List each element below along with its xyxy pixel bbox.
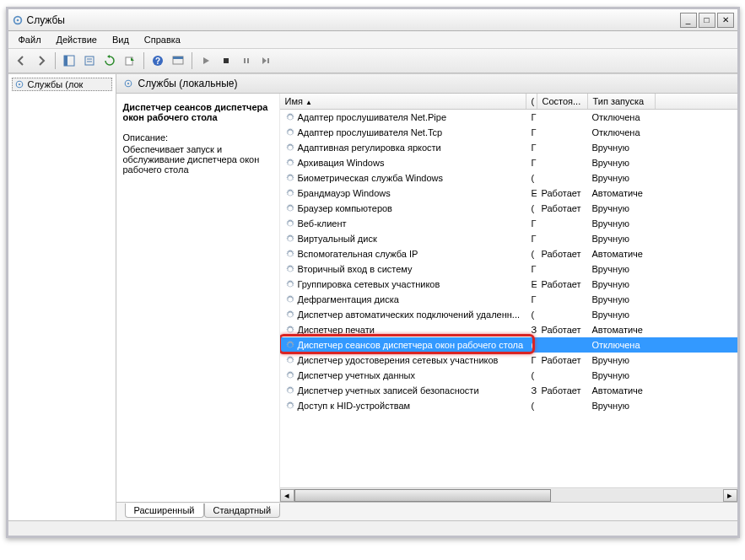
help-icon[interactable]: ? bbox=[148, 51, 167, 70]
gear-icon bbox=[285, 234, 295, 244]
service-row[interactable]: Виртуальный дискГВручную bbox=[280, 231, 737, 246]
service-startup: Вручную bbox=[587, 203, 655, 213]
service-row[interactable]: Доступ к HID-устройствам(Вручную bbox=[280, 398, 737, 413]
service-desc: ( bbox=[526, 340, 537, 350]
svg-rect-14 bbox=[247, 58, 249, 63]
gear-icon bbox=[285, 294, 295, 304]
service-row[interactable]: Диспетчер печатиЗРаботаетАвтоматиче bbox=[280, 322, 737, 337]
col-status[interactable]: Состоя... bbox=[537, 94, 588, 109]
svg-rect-13 bbox=[244, 58, 246, 63]
titlebar[interactable]: Службы _ □ ✕ bbox=[8, 9, 737, 31]
console-icon[interactable] bbox=[169, 51, 187, 70]
service-desc: Е bbox=[526, 279, 537, 289]
col-startup[interactable]: Тип запуска bbox=[588, 94, 656, 109]
service-row[interactable]: Дефрагментация дискаГВручную bbox=[280, 292, 737, 307]
menu-file[interactable]: Файл bbox=[12, 33, 48, 46]
minimize-button[interactable]: _ bbox=[680, 13, 697, 28]
service-row[interactable]: Адаптивная регулировка яркостиГВручную bbox=[280, 140, 737, 155]
service-name: Веб-клиент bbox=[298, 218, 347, 229]
service-startup: Автоматиче bbox=[587, 188, 655, 198]
menubar: Файл Действие Вид Справка bbox=[8, 31, 737, 49]
service-name: Дефрагментация диска bbox=[298, 294, 399, 304]
gear-icon bbox=[285, 218, 295, 229]
service-name: Диспетчер печати bbox=[298, 325, 375, 335]
maximize-button[interactable]: □ bbox=[699, 13, 715, 28]
window-title: Службы bbox=[27, 14, 680, 26]
properties-icon[interactable] bbox=[80, 51, 99, 70]
horizontal-scrollbar[interactable]: ◂ ▸ bbox=[280, 487, 737, 502]
service-startup: Вручную bbox=[587, 234, 655, 244]
gear-icon bbox=[285, 249, 295, 259]
service-startup: Вручную bbox=[587, 355, 655, 365]
forward-button[interactable] bbox=[32, 51, 51, 70]
service-name: Виртуальный диск bbox=[298, 234, 377, 244]
col-name[interactable]: Имя ▲ bbox=[280, 94, 526, 109]
restart-service-icon[interactable] bbox=[257, 51, 276, 70]
service-row[interactable]: Веб-клиентГВручную bbox=[280, 216, 737, 231]
service-name: Адаптивная регулировка яркости bbox=[298, 143, 441, 153]
service-desc: Г bbox=[526, 143, 537, 153]
service-row[interactable]: Диспетчер удостоверения сетевых участник… bbox=[280, 353, 737, 368]
svg-rect-4 bbox=[85, 57, 94, 65]
service-row[interactable]: Диспетчер учетных записей безопасностиЗР… bbox=[280, 383, 737, 398]
svg-point-1 bbox=[16, 19, 19, 21]
service-desc: ( bbox=[526, 203, 537, 213]
service-startup: Отключена bbox=[587, 112, 655, 122]
service-desc: ( bbox=[526, 401, 537, 411]
show-hide-tree-icon[interactable] bbox=[60, 51, 78, 70]
scroll-right-button[interactable]: ▸ bbox=[723, 489, 737, 502]
service-row[interactable]: Биометрическая служба Windows(Вручную bbox=[280, 170, 737, 186]
service-row[interactable]: Вспомогательная служба IP(РаботаетАвтома… bbox=[280, 246, 737, 261]
menu-view[interactable]: Вид bbox=[105, 33, 136, 46]
menu-help[interactable]: Справка bbox=[138, 33, 187, 46]
tree-node-services[interactable]: Службы (лок bbox=[12, 78, 112, 91]
close-button[interactable]: ✕ bbox=[717, 13, 734, 28]
back-button[interactable] bbox=[12, 51, 30, 70]
export-icon[interactable] bbox=[121, 51, 139, 70]
services-window: Службы _ □ ✕ Файл Действие Вид Справка ? bbox=[6, 7, 740, 538]
service-row[interactable]: Вторичный вход в системуГВручную bbox=[280, 261, 737, 277]
service-status: Работает bbox=[537, 355, 587, 365]
services-icon bbox=[12, 14, 24, 26]
service-row[interactable]: Адаптер прослушивателя Net.TcpГОтключена bbox=[280, 125, 737, 140]
service-row[interactable]: Архивация WindowsГВручную bbox=[280, 155, 737, 170]
col-desc[interactable]: ( bbox=[526, 94, 537, 109]
menu-action[interactable]: Действие bbox=[50, 33, 104, 46]
service-name: Диспетчер удостоверения сетевых участник… bbox=[298, 355, 499, 365]
service-row[interactable]: Брандмауэр WindowsЕРаботаетАвтоматиче bbox=[280, 186, 737, 201]
service-status: Работает bbox=[537, 249, 587, 259]
refresh-icon[interactable] bbox=[100, 51, 119, 70]
service-name: Доступ к HID-устройствам bbox=[298, 401, 411, 411]
pause-service-icon[interactable] bbox=[237, 51, 256, 70]
start-service-icon[interactable] bbox=[197, 51, 215, 70]
gear-icon bbox=[285, 355, 295, 365]
gear-icon bbox=[285, 279, 295, 289]
scroll-left-button[interactable]: ◂ bbox=[280, 489, 294, 502]
service-row[interactable]: Диспетчер сеансов диспетчера окон рабоче… bbox=[280, 337, 737, 353]
tab-extended[interactable]: Расширенный bbox=[125, 503, 204, 518]
detail-desc-label: Описание: bbox=[123, 132, 273, 143]
service-row[interactable]: Адаптер прослушивателя Net.PipeГОтключен… bbox=[280, 110, 737, 125]
service-desc: Г bbox=[526, 234, 537, 244]
gear-icon bbox=[285, 203, 295, 213]
service-name: Адаптер прослушивателя Net.Tcp bbox=[298, 127, 443, 137]
service-startup: Вручную bbox=[587, 158, 655, 168]
gear-icon bbox=[285, 112, 295, 122]
service-startup: Автоматиче bbox=[587, 385, 655, 396]
service-startup: Вручную bbox=[587, 370, 655, 380]
service-row[interactable]: Диспетчер учетных данных(Вручную bbox=[280, 368, 737, 383]
service-row[interactable]: Браузер компьютеров(РаботаетВручную bbox=[280, 201, 737, 216]
svg-rect-15 bbox=[267, 58, 269, 63]
tab-standard[interactable]: Стандартный bbox=[204, 503, 281, 518]
service-list: Имя ▲ ( Состоя... Тип запуска Адаптер пр… bbox=[280, 94, 737, 502]
stop-service-icon[interactable] bbox=[217, 51, 235, 70]
scroll-thumb[interactable] bbox=[294, 489, 552, 502]
svg-text:?: ? bbox=[154, 57, 159, 66]
service-row[interactable]: Диспетчер автоматических подключений уда… bbox=[280, 307, 737, 322]
gear-icon bbox=[285, 127, 295, 137]
service-row[interactable]: Группировка сетевых участниковЕРаботаетВ… bbox=[280, 277, 737, 292]
view-tabs: Расширенный Стандартный bbox=[116, 502, 737, 520]
service-startup: Вручную bbox=[587, 279, 655, 289]
service-desc: З bbox=[526, 325, 537, 335]
service-startup: Вручную bbox=[587, 401, 655, 411]
